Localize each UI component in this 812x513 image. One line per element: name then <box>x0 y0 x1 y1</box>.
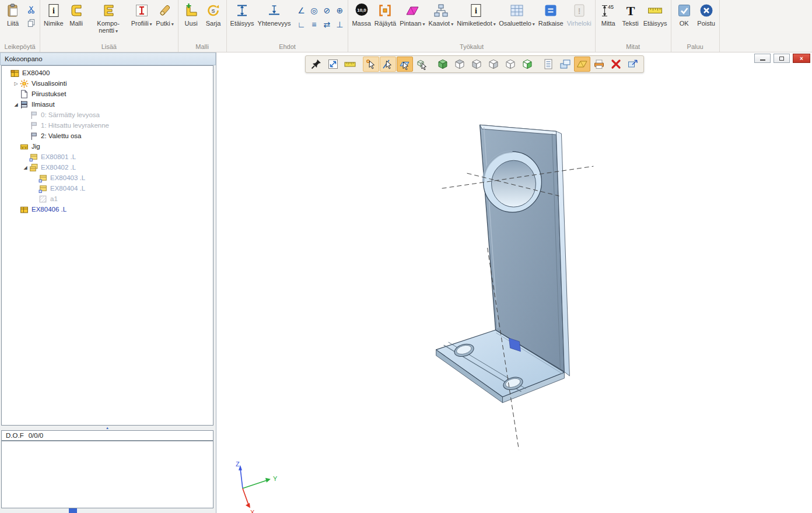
symmetry-constraint-button[interactable]: ⊕ <box>333 3 346 17</box>
etaisyys-mitta-button[interactable]: Etäisyys <box>642 1 669 27</box>
osaluettelo-button[interactable]: Osaluettelo▾ <box>497 1 537 28</box>
structure-button[interactable] <box>557 57 573 72</box>
kaaviot-button[interactable]: Kaaviot▾ <box>426 1 455 28</box>
tree-item-ex80406-l[interactable]: EX80406 .L <box>2 204 213 215</box>
window-view-button[interactable] <box>625 57 641 72</box>
dof-label: D.O.F <box>6 432 24 439</box>
putki-button[interactable]: Putki▾ <box>154 1 176 28</box>
tree-item-1-hitsattu-levyrakenne[interactable]: 1: Hitsattu levyrakenne <box>2 120 213 131</box>
plot-button[interactable] <box>591 57 607 72</box>
features-icon <box>20 100 29 109</box>
paste-icon <box>5 3 20 18</box>
expander-collapsed-icon[interactable]: ▷ <box>12 81 20 86</box>
komponentti-button[interactable]: Kompo-nentti▾ <box>88 1 130 35</box>
virheloki-button: !Virheloki <box>565 1 593 27</box>
tree-item-label: EX80400 <box>22 69 50 76</box>
nimiketiedot-button[interactable]: iNimiketiedot▾ <box>455 1 497 28</box>
tree-item-ex80400[interactable]: EX80400 <box>2 68 213 78</box>
perpendicular-constraint-icon: ⊥ <box>336 20 343 29</box>
poistu-button[interactable]: Poistu <box>695 1 718 27</box>
tree-item-ex80403-l[interactable]: EX80403 .L <box>2 173 213 183</box>
zoom-fit-button[interactable] <box>325 57 341 72</box>
expander-expanded-icon[interactable]: ◢ <box>12 102 20 107</box>
nimike-label: Nimike <box>44 20 64 27</box>
cube-top-icon <box>454 58 466 70</box>
view-side-button[interactable] <box>485 57 502 72</box>
malli-button[interactable]: Malli <box>65 1 88 27</box>
delete-button[interactable] <box>608 57 624 72</box>
tree-item-ex80404-l[interactable]: EX80404 .L <box>2 183 213 194</box>
tree-item-0-s-rm-tty-levyosa[interactable]: 0: Särmätty levyosa <box>2 110 213 120</box>
swap-constraint-button[interactable]: ⇄ <box>320 17 333 31</box>
minimize-button[interactable] <box>754 54 771 63</box>
dof-bar: D.O.F 0/0/0 <box>1 430 214 441</box>
concentric-constraint-button[interactable]: ◎ <box>307 3 320 17</box>
ratkaise-button[interactable]: Ratkaise <box>537 1 565 27</box>
tree-item-label: Visualisointi <box>32 80 67 87</box>
tree-item-2-valettu-osa[interactable]: 2: Valettu osa <box>2 131 213 141</box>
yhtenevyys-button[interactable]: Yhtenevyys <box>256 1 293 27</box>
button-text: Virheloki <box>567 20 592 27</box>
view-iso-button[interactable] <box>502 57 519 72</box>
massa-label: Massa <box>352 20 370 27</box>
nimike-button[interactable]: iNimike <box>42 1 65 27</box>
button-text: Nimike <box>44 20 64 27</box>
plate-hole-bore[interactable] <box>492 160 536 207</box>
select-face-button[interactable] <box>397 57 413 72</box>
button-text: Sarja <box>206 20 221 27</box>
snap-point-button[interactable] <box>363 57 379 72</box>
tree-item-jig[interactable]: Jig <box>2 141 213 152</box>
close-button[interactable]: × <box>793 54 810 63</box>
view-shaded-button[interactable] <box>519 57 536 72</box>
group-label: Työkalut <box>350 42 593 52</box>
measure-button[interactable] <box>342 57 358 72</box>
parallel-constraint-button[interactable]: ≡ <box>307 17 320 31</box>
etaisyys-ehto-button[interactable]: Etäisyys <box>229 1 256 27</box>
teksti-button[interactable]: TTeksti <box>620 1 642 27</box>
viewport-3d[interactable]: × <box>216 52 812 513</box>
sarja-button[interactable]: SSarja <box>202 1 225 27</box>
tangent-constraint-button[interactable]: ⊘ <box>320 3 333 17</box>
uusi-button[interactable]: Uusi <box>180 1 202 27</box>
tree-item-ilmiasut[interactable]: ◢Ilmiasut <box>2 99 213 110</box>
panel-title: Kokoonpano <box>0 52 216 65</box>
leikkaa-button[interactable] <box>26 4 36 15</box>
view-top-button[interactable] <box>452 57 468 72</box>
model-icon <box>69 3 84 18</box>
feature-list-button[interactable] <box>540 57 556 72</box>
uusi-label: Uusi <box>185 20 198 27</box>
show-solid-button[interactable] <box>435 57 451 72</box>
perpendicular-constraint-button[interactable]: ⊥ <box>333 17 346 31</box>
rajayta-button[interactable]: Räjäytä <box>373 1 398 27</box>
select-edge-button[interactable] <box>380 57 396 72</box>
ribbon-group-6: OKPoistuPaluu <box>671 0 720 52</box>
kopioi-button[interactable] <box>26 17 36 28</box>
item-doc-icon: i <box>46 3 61 18</box>
rightangle-constraint-button[interactable]: ∟ <box>295 17 307 31</box>
tree-item-visualisointi[interactable]: ▷Visualisointi <box>2 78 213 89</box>
ok-button[interactable]: OK <box>673 1 695 27</box>
liita-button[interactable]: Liitä <box>2 1 24 27</box>
view-front-button[interactable] <box>468 57 485 72</box>
massa-button[interactable]: 10,0Massa <box>350 1 372 27</box>
expander-expanded-icon[interactable]: ◢ <box>22 165 29 170</box>
group-label: Malli <box>180 42 225 52</box>
panel-splitter[interactable]: ▴ <box>1 426 214 430</box>
mitta-button[interactable]: 45Mitta <box>597 1 620 27</box>
select-part-button[interactable] <box>414 57 430 72</box>
dropdown-arrow-icon: ▾ <box>116 29 118 34</box>
tree-item-ex80402-l[interactable]: ◢EX80402 .L <box>2 162 213 173</box>
angle-constraint-button[interactable]: ∠ <box>295 3 307 17</box>
plot-icon <box>593 58 605 70</box>
model-3d-bracket[interactable]: Z Y X <box>216 52 812 513</box>
maximize-button[interactable] <box>774 54 790 63</box>
workplane-button[interactable] <box>574 57 590 72</box>
group-label: Leikepöytä <box>2 42 38 52</box>
tree-item-piirustukset[interactable]: Piirustukset <box>2 89 213 99</box>
pintaan-button[interactable]: Pintaan▾ <box>398 1 426 28</box>
pin-button[interactable] <box>308 57 324 72</box>
profiili-button[interactable]: Profiili▾ <box>130 1 154 28</box>
tree-item-a1[interactable]: a1 <box>2 194 213 204</box>
tree-item-ex80801-l[interactable]: EX80801 .L <box>2 152 213 162</box>
dof-value: 0/0/0 <box>29 432 44 439</box>
